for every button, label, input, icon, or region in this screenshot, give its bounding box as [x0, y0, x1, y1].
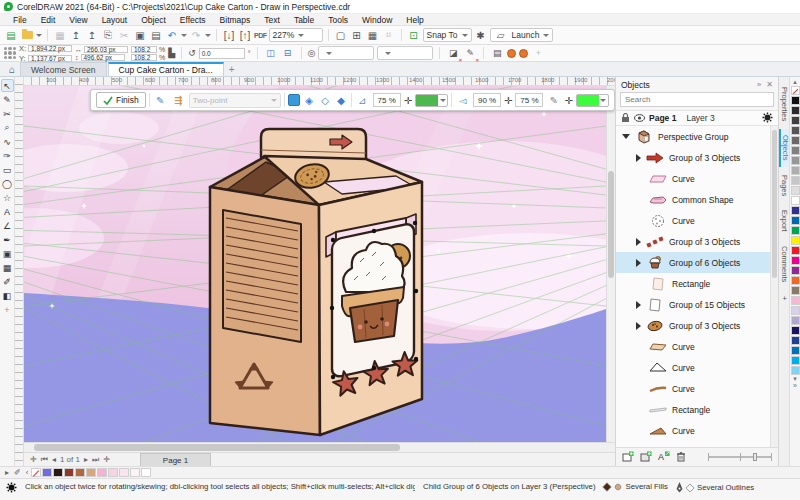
- new-tab-icon[interactable]: +: [225, 62, 239, 76]
- delete-icon[interactable]: [676, 451, 686, 462]
- expander-icon[interactable]: [636, 301, 641, 309]
- tree-item-curve-3[interactable]: Curve: [616, 336, 778, 357]
- publish-icon[interactable]: [↑]: [238, 28, 252, 43]
- clear-perspective-icon[interactable]: ✎: [463, 46, 477, 61]
- snap-to-dropdown[interactable]: Snap To: [423, 28, 472, 42]
- lock-ratio-icon[interactable]: ▙: [168, 48, 175, 58]
- color-swatch[interactable]: [791, 266, 800, 275]
- x-position-field[interactable]: 1,894.22 px: [28, 45, 72, 52]
- eyedropper-tool[interactable]: ✐: [1, 275, 14, 288]
- docker-tab-objects[interactable]: Objects: [779, 129, 790, 166]
- color-swatch[interactable]: [791, 236, 800, 245]
- layer-row[interactable]: Page 1 Layer 3: [616, 110, 778, 126]
- grid-opacity-icon[interactable]: ⊿: [355, 93, 370, 108]
- perspective-type-icon[interactable]: ⇶: [171, 93, 186, 108]
- import-icon[interactable]: ↥: [69, 28, 83, 43]
- docker-tab-export[interactable]: Export: [780, 204, 789, 238]
- outline-style-dropdown[interactable]: [377, 46, 433, 60]
- trim-icon[interactable]: [519, 49, 528, 58]
- color-swatch[interactable]: [75, 468, 85, 477]
- zoom-tool[interactable]: ⌕: [1, 121, 14, 134]
- color-swatch[interactable]: [141, 468, 151, 477]
- tab-cupcake-carton[interactable]: Cup Cake Carton - Dra...: [108, 62, 224, 76]
- tab-welcome-screen[interactable]: Welcome Screen: [20, 62, 107, 76]
- scale-h-field[interactable]: 108.2: [131, 46, 157, 53]
- color-swatch[interactable]: [791, 226, 800, 235]
- grid-color-swatch[interactable]: [415, 94, 448, 107]
- color-swatch[interactable]: [791, 136, 800, 145]
- tree-item-group-stars[interactable]: Group of 3 Objects: [616, 231, 778, 252]
- tree-item-curve-6[interactable]: Curve: [616, 420, 778, 441]
- docker-tab-pages[interactable]: Pages: [780, 169, 789, 202]
- docker-tab-properties[interactable]: Properties: [780, 81, 789, 127]
- color-swatch[interactable]: [791, 166, 800, 175]
- color-swatch[interactable]: [791, 96, 800, 105]
- color-swatch[interactable]: [108, 468, 118, 477]
- vertical-scrollbar[interactable]: [606, 86, 615, 442]
- docker-tab-add-icon[interactable]: +: [780, 290, 789, 306]
- polygon-tool[interactable]: ☆: [1, 191, 14, 204]
- print-icon[interactable]: ⎘: [101, 28, 115, 43]
- layer-options-gear-icon[interactable]: [762, 112, 773, 123]
- y-position-field[interactable]: 1,137.67 px: [28, 55, 72, 62]
- color-swatch[interactable]: [86, 468, 96, 477]
- first-page-icon[interactable]: ⏮: [41, 455, 48, 465]
- search-content-icon[interactable]: [↓]: [222, 28, 236, 43]
- freehand-tool[interactable]: ∿: [1, 135, 14, 148]
- color-swatch[interactable]: [791, 186, 800, 195]
- carton-illustration[interactable]: [210, 129, 422, 435]
- interactive-fill-tool[interactable]: ◧: [1, 289, 14, 302]
- text-tool[interactable]: A: [1, 205, 14, 218]
- color-swatch[interactable]: [791, 326, 800, 335]
- scale-v-field[interactable]: 108.2: [131, 54, 157, 61]
- palette-scroll-left-icon[interactable]: ‹: [24, 468, 31, 477]
- tree-item-curve-5[interactable]: Curve: [616, 378, 778, 399]
- color-swatch[interactable]: [791, 176, 800, 185]
- show-grid-icon[interactable]: ▦: [366, 28, 380, 43]
- tree-item-curve-4[interactable]: Curve: [616, 357, 778, 378]
- menu-table[interactable]: Table: [287, 15, 321, 25]
- color-swatch[interactable]: [791, 106, 800, 115]
- tree-item-perspective-group[interactable]: Perspective Group: [616, 126, 778, 147]
- color-swatch[interactable]: [791, 286, 800, 295]
- color-swatch[interactable]: [791, 346, 800, 355]
- rotation-field[interactable]: 0.0: [199, 48, 245, 59]
- crop-tool[interactable]: ✂: [1, 107, 14, 120]
- stepper-icon[interactable]: ✛: [564, 95, 572, 106]
- color-swatch[interactable]: [791, 356, 800, 365]
- edit-perspective-icon[interactable]: ✎: [153, 93, 168, 108]
- rectangle-tool[interactable]: ▭: [1, 163, 14, 176]
- add-page-end-icon[interactable]: ✛: [103, 455, 110, 464]
- redo-icon[interactable]: ↷: [189, 28, 203, 43]
- vertical-ruler[interactable]: [15, 77, 24, 466]
- tree-item-curve-7[interactable]: Curve: [616, 441, 778, 447]
- new-master-layer-icon[interactable]: [640, 451, 652, 462]
- expander-icon[interactable]: [636, 238, 641, 246]
- menu-file[interactable]: File: [6, 15, 34, 25]
- finish-button[interactable]: Finish: [96, 92, 146, 108]
- line-color-icon[interactable]: ✎: [546, 93, 561, 108]
- color-swatch[interactable]: [31, 468, 41, 477]
- palette-scroll-down-icon[interactable]: ▾: [793, 375, 797, 382]
- eye-icon[interactable]: [634, 114, 645, 122]
- pdf-icon[interactable]: PDF: [254, 32, 267, 39]
- show-guidelines-icon[interactable]: ⌗: [382, 28, 396, 43]
- horizontal-scrollbar[interactable]: [24, 442, 615, 452]
- options-gear-icon[interactable]: ✱: [474, 28, 488, 43]
- shape-tool[interactable]: ✎: [1, 93, 14, 106]
- docker-collapse-icon[interactable]: »: [757, 80, 761, 89]
- expander-icon[interactable]: [636, 259, 641, 267]
- color-swatch[interactable]: [97, 468, 107, 477]
- color-swatch[interactable]: [791, 336, 800, 345]
- palette-eyedropper-icon[interactable]: ✐: [12, 468, 23, 477]
- color-swatch[interactable]: [791, 256, 800, 265]
- pen-tool[interactable]: ✒: [1, 233, 14, 246]
- tree-item-group-cookie[interactable]: Group of 3 Objects: [616, 315, 778, 336]
- line-opacity-field[interactable]: 75 %: [515, 93, 543, 107]
- customize-toolbox-icon[interactable]: +: [1, 303, 14, 316]
- wrap-text-icon[interactable]: ▤: [490, 46, 504, 61]
- fullscreen-preview-icon[interactable]: ▢: [334, 28, 348, 43]
- snap-icon[interactable]: ⊡: [407, 28, 421, 43]
- color-swatch[interactable]: [791, 196, 800, 205]
- color-swatch[interactable]: [791, 366, 800, 375]
